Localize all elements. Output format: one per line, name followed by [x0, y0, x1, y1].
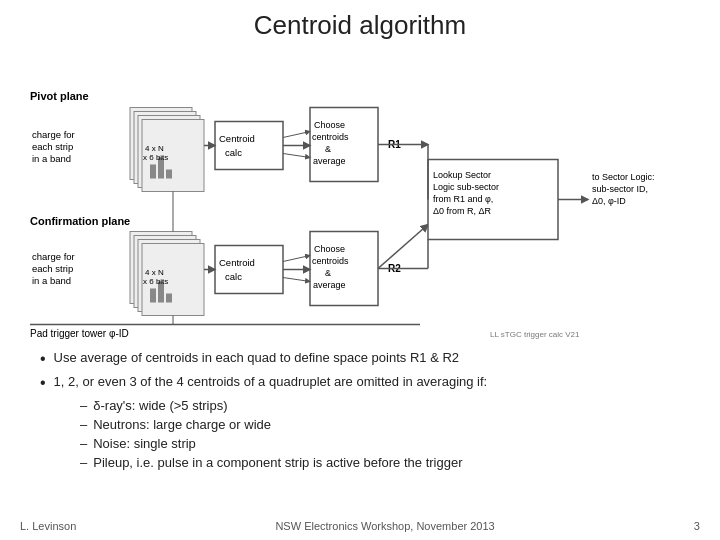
footer: L. Levinson NSW Electronics Workshop, No… — [0, 520, 720, 532]
choose-2d: average — [313, 280, 346, 290]
choose-1b: centroids — [312, 132, 349, 142]
sector-logic-label-1: to Sector Logic: — [592, 172, 655, 182]
sub-bullet-text-4: Pileup, i.e. pulse in a component strip … — [93, 454, 462, 472]
sub-bullet-text-2: Neutrons: large charge or wide — [93, 416, 271, 434]
footer-center: NSW Electronics Workshop, November 2013 — [275, 520, 494, 532]
sub-bullet-text-3: Noise: single strip — [93, 435, 196, 453]
page-title: Centroid algorithm — [20, 10, 700, 41]
lookup-label-1: Lookup Sector — [433, 170, 491, 180]
bullet-2: • 1, 2, or even 3 of the 4 centroids of … — [40, 373, 680, 394]
slide: Centroid algorithm Pivot plane Confirmat… — [0, 0, 720, 540]
each-strip-label-1: each strip — [32, 141, 73, 152]
bullet-dot-2: • — [40, 373, 46, 394]
footer-left: L. Levinson — [20, 520, 76, 532]
diagram-svg: Pivot plane Confirmation plane charge fo… — [20, 47, 700, 347]
lookup-label-4: Δ0 from R, ΔR — [433, 206, 492, 216]
choose-1a: Choose — [314, 120, 345, 130]
lookup-label-2: Logic sub-sector — [433, 182, 499, 192]
bits-label-1: 4 x N — [145, 144, 164, 153]
charge-label-1: charge for — [32, 129, 75, 140]
sub-dash-4: – — [80, 454, 87, 472]
charge-label-2: charge for — [32, 251, 75, 262]
sub-dash-1: – — [80, 397, 87, 415]
sub-bullet-1: – δ-ray's: wide (>5 strips) — [80, 397, 680, 415]
svg-line-12 — [283, 154, 310, 158]
choose-2a: Choose — [314, 244, 345, 254]
choose-2c: & — [325, 268, 331, 278]
centroid-calc-1a: Centroid — [219, 133, 255, 144]
sub-dash-2: – — [80, 416, 87, 434]
bullets-section: • Use average of centroids in each quad … — [20, 347, 700, 477]
sub-bullet-text-1: δ-ray's: wide (>5 strips) — [93, 397, 227, 415]
bits-label-2: 4 x N — [145, 268, 164, 277]
pivot-label: Pivot plane — [30, 90, 89, 102]
bullet-text-1: Use average of centroids in each quad to… — [54, 349, 459, 367]
sub-bullet-4: – Pileup, i.e. pulse in a component stri… — [80, 454, 680, 472]
lookup-label-3: from R1 and φ, — [433, 194, 493, 204]
svg-rect-4 — [150, 165, 156, 179]
svg-line-25 — [283, 256, 310, 262]
bits-label-1b: x 6 bits — [143, 153, 168, 162]
pad-trigger-label: Pad trigger tower φ-ID — [30, 328, 129, 339]
bullet-text-2: 1, 2, or even 3 of the 4 centroids of a … — [54, 373, 488, 391]
svg-line-11 — [283, 132, 310, 138]
svg-rect-20 — [166, 294, 172, 303]
bullet-dot-1: • — [40, 349, 46, 370]
centroid-calc-2b: calc — [225, 271, 242, 282]
sub-bullet-2: – Neutrons: large charge or wide — [80, 416, 680, 434]
sector-logic-label-2: sub-sector ID, — [592, 184, 648, 194]
version-label: LL sTGC trigger calc V21 — [490, 330, 580, 339]
sub-bullet-3: – Noise: single strip — [80, 435, 680, 453]
svg-rect-18 — [150, 289, 156, 303]
each-strip-label-2: each strip — [32, 263, 73, 274]
svg-line-27 — [378, 225, 428, 269]
choose-1c: & — [325, 144, 331, 154]
svg-rect-21 — [215, 246, 283, 294]
footer-right: 3 — [694, 520, 700, 532]
sub-dash-3: – — [80, 435, 87, 453]
bits-label-2b: x 6 bits — [143, 277, 168, 286]
centroid-calc-2a: Centroid — [219, 257, 255, 268]
svg-rect-6 — [166, 170, 172, 179]
svg-line-26 — [283, 278, 310, 282]
bullet-1: • Use average of centroids in each quad … — [40, 349, 680, 370]
sub-bullets: – δ-ray's: wide (>5 strips) – Neutrons: … — [40, 397, 680, 473]
diagram-area: Pivot plane Confirmation plane charge fo… — [20, 47, 700, 347]
svg-rect-7 — [215, 122, 283, 170]
sector-logic-label-3: Δ0, φ-ID — [592, 196, 626, 206]
choose-2b: centroids — [312, 256, 349, 266]
in-a-band-label-1: in a band — [32, 153, 71, 164]
centroid-calc-1b: calc — [225, 147, 242, 158]
choose-1d: average — [313, 156, 346, 166]
confirmation-label: Confirmation plane — [30, 215, 130, 227]
in-a-band-label-2: in a band — [32, 275, 71, 286]
